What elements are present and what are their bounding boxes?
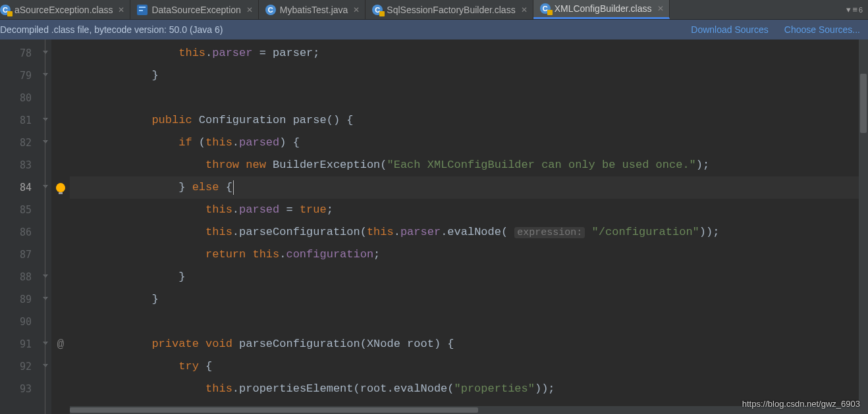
tab-bar: CaSourceException.class✕DataSourceExcept… — [0, 0, 868, 20]
line-number[interactable]: 79 — [0, 65, 40, 87]
line-number[interactable]: 81 — [0, 109, 40, 132]
line-number[interactable]: 91 — [0, 333, 40, 355]
fold-handle[interactable] — [40, 288, 51, 311]
tab-sqlsessionfactorybuilder-class[interactable]: CSqlSessionFactoryBuilder.class✕ — [366, 0, 533, 19]
tab-label: DataSourceException — [151, 5, 240, 15]
tab-asourceexception-class[interactable]: CaSourceException.class✕ — [0, 0, 130, 19]
code-line[interactable]: } else { — [70, 176, 868, 199]
code-line[interactable]: private void parseConfiguration(XNode ro… — [70, 333, 868, 355]
line-number[interactable]: 89 — [0, 288, 40, 311]
line-number[interactable]: 87 — [0, 244, 40, 266]
watermark-text: https://blog.csdn.net/gwz_6903 — [742, 399, 860, 409]
line-number[interactable]: 88 — [0, 266, 40, 288]
annotation-slot — [51, 266, 70, 288]
code-line[interactable]: this.parsed = true; — [70, 199, 868, 221]
text-cursor — [233, 180, 234, 195]
fold-gutter[interactable] — [40, 39, 51, 414]
class-file-icon: C — [540, 3, 551, 14]
fold-handle[interactable] — [40, 221, 51, 244]
code-line[interactable]: try { — [70, 355, 868, 378]
line-number[interactable]: 86 — [0, 221, 40, 244]
fold-handle[interactable] — [40, 199, 51, 221]
annotation-slot — [51, 132, 70, 154]
annotation-slot — [51, 311, 70, 333]
class-file-icon: C — [0, 5, 11, 15]
fold-handle[interactable] — [40, 109, 51, 132]
fold-handle[interactable] — [40, 176, 51, 199]
fold-handle[interactable] — [40, 378, 51, 400]
horizontal-scrollbar-thumb[interactable] — [70, 407, 478, 413]
close-icon[interactable]: ✕ — [521, 5, 528, 14]
code-line[interactable]: return this.configuration; — [70, 244, 868, 266]
line-number[interactable]: 93 — [0, 378, 40, 400]
code-line[interactable]: throw new BuilderException("Each XMLConf… — [70, 154, 868, 176]
fold-handle[interactable] — [40, 42, 51, 65]
fold-icon — [42, 117, 49, 124]
line-number[interactable]: 83 — [0, 154, 40, 176]
tab-overflow-button[interactable]: ▾≡6 — [841, 5, 868, 14]
annotation-slot — [51, 65, 70, 87]
annotation-slot — [51, 355, 70, 378]
class-file-icon: C — [372, 5, 383, 15]
fold-handle[interactable] — [40, 244, 51, 266]
fold-handle[interactable] — [40, 333, 51, 355]
fold-icon — [42, 140, 49, 146]
code-line[interactable]: this.propertiesElement(root.evalNode("pr… — [70, 378, 868, 400]
code-line[interactable]: } — [70, 288, 868, 311]
close-icon[interactable]: ✕ — [657, 4, 664, 13]
line-number[interactable]: 90 — [0, 311, 40, 333]
line-number[interactable]: 84 — [0, 176, 40, 199]
override-gutter-icon[interactable]: @ — [57, 338, 65, 351]
fold-handle[interactable] — [40, 355, 51, 378]
annotation-slot — [51, 87, 70, 109]
tab-label: XMLConfigBuilder.class — [555, 3, 652, 14]
code-area[interactable]: this.parser = parser; } public Configura… — [70, 39, 868, 414]
annotation-slot — [51, 288, 70, 311]
annotation-slot — [51, 176, 70, 199]
fold-icon — [42, 363, 49, 370]
fold-icon — [42, 296, 49, 303]
code-line[interactable]: if (this.parsed) { — [70, 132, 868, 154]
close-icon[interactable]: ✕ — [353, 5, 360, 14]
java-file-icon: C — [265, 5, 276, 15]
code-line[interactable]: this.parser = parser; — [70, 42, 868, 65]
line-number[interactable]: 78 — [0, 42, 40, 65]
annotation-gutter[interactable]: @ — [51, 39, 70, 414]
code-line[interactable]: } — [70, 65, 868, 87]
annotation-slot — [51, 42, 70, 65]
vertical-scrollbar-thumb[interactable] — [860, 74, 867, 133]
fold-handle[interactable] — [40, 132, 51, 154]
fold-handle[interactable] — [40, 266, 51, 288]
choose-sources-link[interactable]: Choose Sources... — [784, 24, 860, 35]
line-number[interactable]: 80 — [0, 87, 40, 109]
intention-bulb-icon[interactable] — [56, 183, 65, 192]
fold-handle[interactable] — [40, 311, 51, 333]
vertical-scrollbar[interactable] — [859, 39, 868, 414]
editor-area: 78798081828384858687888990919293 @ this.… — [0, 39, 868, 414]
close-icon[interactable]: ✕ — [246, 5, 253, 14]
annotation-slot — [51, 109, 70, 132]
code-line[interactable]: } — [70, 266, 868, 288]
tab-datasourceexception[interactable]: DataSourceException✕ — [130, 0, 258, 19]
tab-mybatistest-java[interactable]: CMybatisTest.java✕ — [259, 0, 366, 19]
tab-label: MybatisTest.java — [280, 5, 348, 15]
download-sources-link[interactable]: Download Sources — [691, 24, 769, 35]
fold-handle[interactable] — [40, 87, 51, 109]
decompiled-banner: Decompiled .class file, bytecode version… — [0, 20, 868, 39]
close-icon[interactable]: ✕ — [118, 5, 124, 14]
code-line[interactable]: public Configuration parse() { — [70, 109, 868, 132]
fold-handle[interactable] — [40, 65, 51, 87]
line-number[interactable]: 85 — [0, 199, 40, 221]
code-line[interactable] — [70, 87, 868, 109]
line-number-gutter[interactable]: 78798081828384858687888990919293 — [0, 39, 40, 414]
horizontal-scrollbar[interactable] — [70, 406, 859, 414]
banner-message: Decompiled .class file, bytecode version… — [0, 24, 223, 35]
fold-icon — [42, 50, 49, 57]
annotation-slot — [51, 199, 70, 221]
tab-xmlconfigbuilder-class[interactable]: CXMLConfigBuilder.class✕ — [533, 0, 670, 19]
line-number[interactable]: 82 — [0, 132, 40, 154]
fold-handle[interactable] — [40, 154, 51, 176]
line-number[interactable]: 92 — [0, 355, 40, 378]
code-line[interactable]: this.parseConfiguration(this.parser.eval… — [70, 221, 868, 244]
code-line[interactable] — [70, 311, 868, 333]
